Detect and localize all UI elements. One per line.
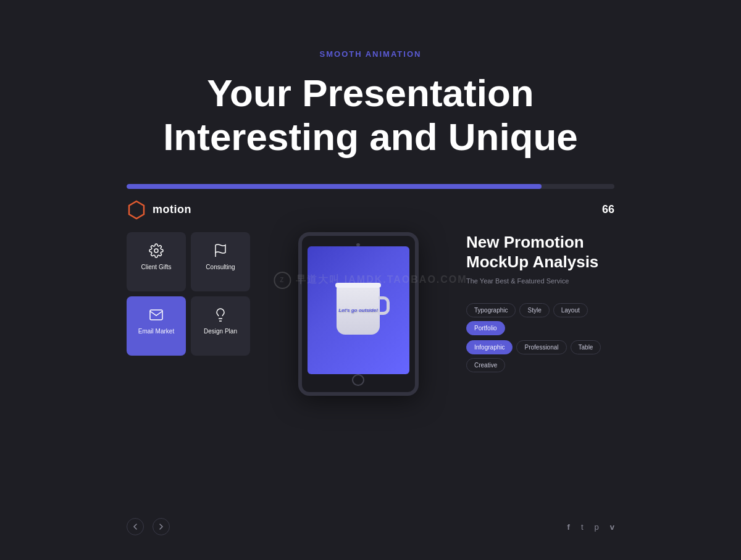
next-arrow-button[interactable] xyxy=(153,518,170,535)
nav-arrows xyxy=(127,518,170,535)
facebook-icon[interactable]: f xyxy=(567,522,570,532)
mug-body: Let's go outside! xyxy=(337,285,380,335)
card-email-market[interactable]: Email Market xyxy=(127,296,186,356)
progress-fill xyxy=(127,184,542,189)
logo-hexagon-icon xyxy=(127,200,146,220)
tablet-mockup: Let's go outside! xyxy=(269,232,448,396)
tag-layout[interactable]: Layout xyxy=(553,303,588,317)
progress-track xyxy=(127,184,614,189)
svg-point-1 xyxy=(154,249,158,253)
tablet-home-button xyxy=(352,374,364,386)
card-email-market-label: Email Market xyxy=(138,327,174,335)
pinterest-icon[interactable]: p xyxy=(595,522,599,532)
tag-style[interactable]: Style xyxy=(519,303,549,317)
promo-subtitle: The Year Best & Featured Service xyxy=(466,277,614,285)
card-design-plan-label: Design Plan xyxy=(204,327,237,335)
tag-table[interactable]: Table xyxy=(571,340,601,354)
logo-text: motion xyxy=(153,203,191,216)
tag-creative[interactable]: Creative xyxy=(466,358,505,372)
slide-number: 66 xyxy=(602,203,614,216)
social-icons: f t p v xyxy=(567,522,614,532)
promo-content: New Promotion MockUp Analysis The Year B… xyxy=(466,232,614,377)
logo-area: motion xyxy=(127,200,191,220)
tablet-screen: Let's go outside! xyxy=(308,246,409,374)
cards-grid: Client Gifts Consulting Email Market xyxy=(127,232,250,356)
tags-row-2: Infographic Professional Table Creative xyxy=(466,340,614,372)
gear-icon xyxy=(149,243,164,258)
tag-typographic[interactable]: Typographic xyxy=(466,303,516,317)
tablet-device: Let's go outside! xyxy=(298,232,419,396)
mug-handle xyxy=(379,296,390,315)
progress-area xyxy=(127,184,614,189)
svg-marker-0 xyxy=(129,201,144,219)
mug-rim xyxy=(335,283,381,288)
tag-infographic[interactable]: Infographic xyxy=(466,340,513,354)
hero-section: SMOOTH ANIMATION Your Presentation Inter… xyxy=(0,0,741,396)
bottom-navigation: f t p v xyxy=(127,518,614,535)
tag-portfolio[interactable]: Portfolio xyxy=(466,321,505,335)
mug-illustration: Let's go outside! xyxy=(337,285,380,335)
twitter-icon[interactable]: t xyxy=(581,522,584,532)
promo-title: New Promotion MockUp Analysis xyxy=(466,232,614,272)
flag-icon xyxy=(213,243,228,258)
vimeo-icon[interactable]: v xyxy=(610,522,614,532)
card-design-plan[interactable]: Design Plan xyxy=(191,296,250,356)
slide-container: Client Gifts Consulting Email Market xyxy=(127,232,614,396)
chevron-left-icon xyxy=(132,523,139,530)
tags-row-1: Typographic Style Layout Portfolio xyxy=(466,303,614,335)
card-consulting-label: Consulting xyxy=(206,263,235,271)
mug-text: Let's go outside! xyxy=(338,307,378,314)
mail-icon xyxy=(149,307,164,322)
chevron-right-icon xyxy=(157,523,165,530)
prev-arrow-button[interactable] xyxy=(127,518,144,535)
card-client-gifts[interactable]: Client Gifts xyxy=(127,232,186,291)
bulb-icon xyxy=(213,307,228,322)
section-label: SMOOTH ANIMATION xyxy=(0,49,741,59)
card-consulting[interactable]: Consulting xyxy=(191,232,250,291)
tag-professional[interactable]: Professional xyxy=(516,340,566,354)
logo-bar: motion 66 xyxy=(127,189,614,232)
hero-title: Your Presentation Interesting and Unique xyxy=(0,71,741,159)
card-client-gifts-label: Client Gifts xyxy=(141,263,172,271)
